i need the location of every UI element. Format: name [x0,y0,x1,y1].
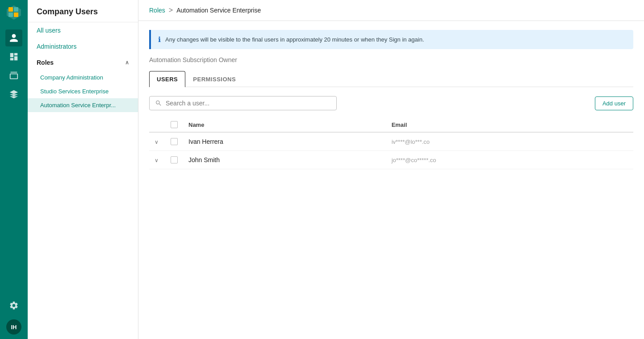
sidebar-item-automation-service[interactable]: Automation Service Enterpr... [28,98,138,112]
row-checkbox-cell-1 [165,151,183,169]
row-expand-0[interactable]: ∨ [149,132,165,151]
add-user-button[interactable]: Add user [595,96,633,110]
svg-rect-5 [14,13,18,17]
settings-icon[interactable] [5,297,22,314]
sidebar: Company Users All users Administrators R… [28,0,138,339]
table-header-checkbox [165,117,183,132]
tabs: USERS PERMISSIONS [149,71,633,87]
bottom-icons: IH [5,297,22,339]
breadcrumb-separator: > [169,6,173,14]
breadcrumb: Roles > Automation Service Enterprise [138,0,644,21]
expand-chevron-icon-0[interactable]: ∨ [155,139,159,145]
info-banner: ℹ Any changes will be visible to the fin… [149,30,633,49]
banner-text: Any changes will be visible to the final… [165,36,424,43]
svg-rect-2 [8,7,13,12]
select-all-checkbox[interactable] [171,121,178,128]
row-name-1: John Smith [183,151,386,169]
table-header-email: Email [386,117,633,132]
sidebar-title: Company Users [28,0,138,22]
nav-cube-icon[interactable] [5,86,22,103]
table-header-expand [149,117,165,132]
search-icon [155,100,162,107]
nav-users-icon[interactable] [5,29,22,46]
table-row: ∨ John Smith jo****@co*****.co [149,151,633,169]
svg-rect-3 [14,7,18,12]
roles-section-header[interactable]: Roles ∧ [28,54,138,71]
tab-users[interactable]: USERS [149,71,185,87]
row-email-1: jo****@co*****.co [386,151,633,169]
row-email-0: iv****@lo***.co [386,132,633,151]
row-expand-1[interactable]: ∨ [149,151,165,169]
sidebar-item-company-admin[interactable]: Company Administration [28,71,138,84]
row-name-0: Ivan Herrera [183,132,386,151]
table-header-name: Name [183,117,386,132]
sidebar-item-administrators[interactable]: Administrators [28,38,138,54]
svg-rect-4 [8,13,13,17]
row-checkbox-0[interactable] [171,138,178,145]
nav-dashboard-icon[interactable] [5,48,22,65]
info-icon: ℹ [158,35,161,44]
search-box [149,96,337,110]
search-row: Add user [149,96,633,110]
search-input[interactable] [166,100,331,107]
row-checkbox-cell-0 [165,132,183,151]
row-checkbox-1[interactable] [171,156,178,163]
nav-box-icon[interactable] [5,67,22,84]
user-avatar[interactable]: IH [6,319,21,335]
roles-chevron-icon: ∧ [125,59,129,66]
tab-permissions[interactable]: PERMISSIONS [185,71,243,87]
icon-rail: IH [0,0,28,339]
subscription-label: Automation Subscription Owner [149,56,633,63]
app-logo[interactable] [6,4,22,21]
expand-chevron-icon-1[interactable]: ∨ [155,157,159,163]
sidebar-item-studio-services[interactable]: Studio Services Enterprise [28,84,138,98]
sidebar-item-all-users[interactable]: All users [28,22,138,38]
breadcrumb-current: Automation Service Enterprise [176,7,261,14]
main-content: Roles > Automation Service Enterprise ℹ … [138,0,644,339]
breadcrumb-parent[interactable]: Roles [149,7,165,14]
user-table: Name Email ∨ Ivan Herrera iv****@lo***.c… [149,117,633,169]
roles-label: Roles [37,59,54,66]
table-row: ∨ Ivan Herrera iv****@lo***.co [149,132,633,151]
content-area: ℹ Any changes will be visible to the fin… [138,21,644,339]
